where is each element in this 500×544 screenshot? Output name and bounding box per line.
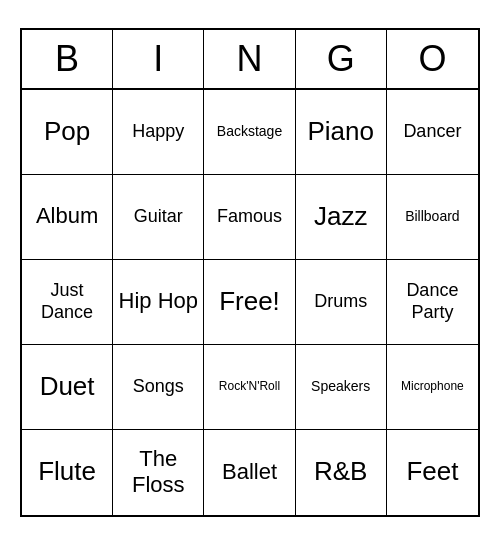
bingo-cell-23: R&B <box>296 430 387 515</box>
bingo-cell-22: Ballet <box>204 430 295 515</box>
bingo-grid: PopHappyBackstagePianoDancerAlbumGuitarF… <box>22 90 478 515</box>
bingo-letter-I: I <box>113 30 204 88</box>
cell-text-3: Piano <box>307 116 374 147</box>
bingo-cell-11: Hip Hop <box>113 260 204 345</box>
bingo-cell-7: Famous <box>204 175 295 260</box>
bingo-cell-1: Happy <box>113 90 204 175</box>
bingo-letter-O: O <box>387 30 478 88</box>
bingo-cell-10: Just Dance <box>22 260 113 345</box>
bingo-cell-4: Dancer <box>387 90 478 175</box>
bingo-cell-18: Speakers <box>296 345 387 430</box>
cell-text-4: Dancer <box>403 121 461 143</box>
cell-text-2: Backstage <box>217 123 282 140</box>
bingo-cell-16: Songs <box>113 345 204 430</box>
bingo-cell-24: Feet <box>387 430 478 515</box>
cell-text-1: Happy <box>132 121 184 143</box>
bingo-card: BINGO PopHappyBackstagePianoDancerAlbumG… <box>20 28 480 517</box>
bingo-cell-3: Piano <box>296 90 387 175</box>
bingo-cell-8: Jazz <box>296 175 387 260</box>
bingo-cell-12: Free! <box>204 260 295 345</box>
bingo-cell-13: Drums <box>296 260 387 345</box>
cell-text-15: Duet <box>40 371 95 402</box>
bingo-cell-0: Pop <box>22 90 113 175</box>
cell-text-10: Just Dance <box>26 280 108 323</box>
cell-text-7: Famous <box>217 206 282 228</box>
cell-text-6: Guitar <box>134 206 183 228</box>
cell-text-18: Speakers <box>311 378 370 395</box>
bingo-cell-5: Album <box>22 175 113 260</box>
cell-text-0: Pop <box>44 116 90 147</box>
bingo-cell-19: Microphone <box>387 345 478 430</box>
cell-text-9: Billboard <box>405 208 459 225</box>
bingo-cell-2: Backstage <box>204 90 295 175</box>
bingo-cell-20: Flute <box>22 430 113 515</box>
bingo-letter-N: N <box>204 30 295 88</box>
cell-text-14: Dance Party <box>391 280 474 323</box>
cell-text-8: Jazz <box>314 201 367 232</box>
cell-text-19: Microphone <box>401 379 464 393</box>
bingo-cell-21: The Floss <box>113 430 204 515</box>
bingo-cell-15: Duet <box>22 345 113 430</box>
cell-text-17: Rock'N'Roll <box>219 379 280 393</box>
cell-text-21: The Floss <box>117 446 199 499</box>
cell-text-24: Feet <box>406 456 458 487</box>
bingo-header: BINGO <box>22 30 478 90</box>
bingo-cell-14: Dance Party <box>387 260 478 345</box>
bingo-letter-G: G <box>296 30 387 88</box>
cell-text-20: Flute <box>38 456 96 487</box>
cell-text-22: Ballet <box>222 459 277 485</box>
cell-text-12: Free! <box>219 286 280 317</box>
bingo-cell-9: Billboard <box>387 175 478 260</box>
bingo-letter-B: B <box>22 30 113 88</box>
bingo-cell-6: Guitar <box>113 175 204 260</box>
cell-text-23: R&B <box>314 456 367 487</box>
cell-text-13: Drums <box>314 291 367 313</box>
cell-text-16: Songs <box>133 376 184 398</box>
cell-text-11: Hip Hop <box>119 288 198 314</box>
cell-text-5: Album <box>36 203 98 229</box>
bingo-cell-17: Rock'N'Roll <box>204 345 295 430</box>
